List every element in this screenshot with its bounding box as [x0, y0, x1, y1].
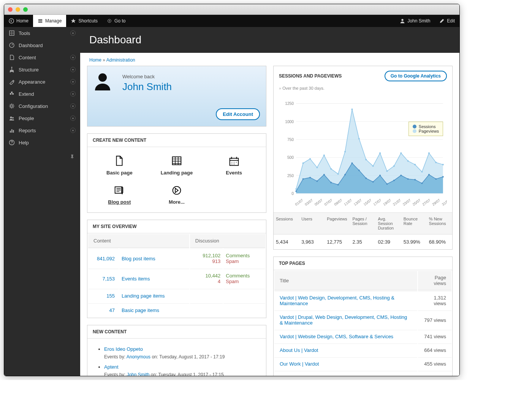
sidebar-item-label: Help	[19, 140, 29, 146]
svg-point-75	[372, 181, 374, 182]
sidebar-item-tools[interactable]: Tools▾	[4, 27, 80, 39]
maximize-window-icon[interactable]	[23, 7, 28, 12]
svg-point-60	[421, 171, 423, 173]
minimize-window-icon[interactable]	[16, 7, 20, 12]
svg-point-76	[379, 174, 381, 176]
overview-count: 841,092	[88, 249, 119, 268]
top-page-link[interactable]: Vardot | Web Design, Development, CMS, H…	[280, 295, 394, 306]
metric-value: 2.35	[350, 234, 375, 249]
toolbar-home[interactable]: Home	[4, 15, 33, 27]
toolbar-goto[interactable]: Go to	[102, 15, 130, 27]
google-analytics-button[interactable]: Go to Google Analytics	[385, 71, 447, 81]
sidebar-item-dashboard[interactable]: Dashboard	[4, 39, 80, 51]
toolbar-manage[interactable]: Manage	[33, 15, 66, 27]
svg-text:27/07: 27/07	[422, 198, 431, 206]
svg-point-66	[309, 177, 311, 178]
create-icon	[170, 155, 183, 168]
overview-link[interactable]: Blog post items	[122, 256, 155, 261]
top-page-row: Vardot | Drupal, Web Design, Development…	[274, 310, 451, 329]
breadcrumb-home[interactable]: Home	[89, 57, 101, 63]
create-events[interactable]: Events	[207, 152, 261, 178]
toolbar-edit[interactable]: Edit	[435, 15, 459, 27]
svg-point-26	[231, 164, 232, 165]
svg-point-62	[435, 162, 437, 163]
sidebar-item-appearance[interactable]: Appearance▾	[4, 76, 80, 88]
content-title-link[interactable]: Eros Ideo Oppeto	[104, 346, 143, 352]
breadcrumb-current[interactable]: Administration	[106, 57, 135, 63]
svg-point-2	[109, 21, 110, 22]
create-more-[interactable]: More...	[150, 182, 204, 207]
toolbar-shortcuts-label: Shortcuts	[78, 18, 98, 24]
sidebar-item-extend[interactable]: Extend▾	[4, 88, 80, 100]
top-page-link[interactable]: Vardot | Drupal, Web Design, Development…	[280, 314, 407, 326]
svg-point-19	[11, 144, 12, 144]
chevron-down-icon: ▾	[70, 30, 76, 36]
svg-point-59	[414, 164, 416, 165]
svg-point-29	[173, 187, 181, 195]
svg-point-23	[231, 162, 232, 163]
overview-count: 155	[88, 289, 119, 303]
sidebar-item-reports[interactable]: Reports▾	[4, 124, 80, 136]
top-page-link[interactable]: Vardot | Website Design, CMS, Software &…	[280, 334, 393, 339]
metric-header: Bounce Rate	[401, 213, 427, 234]
user-icon	[400, 18, 405, 24]
create-landing-page[interactable]: Landing page	[150, 152, 204, 178]
svg-point-74	[365, 177, 367, 179]
top-page-link[interactable]: Our Work | Vardot	[280, 361, 319, 367]
toppages-title-header: Title	[274, 271, 417, 290]
create-blog-post[interactable]: Blog post	[93, 182, 146, 207]
svg-point-25	[236, 162, 236, 163]
svg-point-0	[9, 19, 14, 23]
create-content-title: CREATE NEW CONTENT	[87, 134, 266, 147]
svg-point-3	[402, 19, 404, 21]
sidebar-item-people[interactable]: People▾	[4, 112, 80, 124]
metric-header: Pageviews	[325, 213, 350, 234]
svg-text:15/07: 15/07	[363, 198, 372, 206]
sidebar-item-content[interactable]: Content▾	[4, 51, 80, 63]
svg-point-24	[234, 162, 234, 163]
analytics-subtitle: Over the past 30 days.	[274, 86, 452, 93]
toolbar-shortcuts[interactable]: Shortcuts	[66, 15, 102, 27]
top-page-link[interactable]: Products & Services | Vardot	[280, 375, 342, 376]
overview-link[interactable]: Events items	[122, 276, 150, 282]
sidebar-item-structure[interactable]: Structure▾	[4, 63, 80, 76]
toolbar-user[interactable]: John Smith	[395, 15, 435, 27]
svg-text:0: 0	[291, 192, 294, 196]
top-page-link[interactable]: About Us | Vardot	[280, 347, 318, 353]
create-item-label: Events	[226, 170, 242, 176]
metric-value: 02:39	[376, 234, 401, 249]
metric-value: 68.90%	[427, 234, 452, 249]
svg-point-67	[316, 181, 318, 182]
content-title-link[interactable]: Aptent	[104, 364, 119, 370]
create-icon	[170, 184, 183, 197]
sidebar-item-label: Reports	[19, 128, 36, 133]
svg-point-79	[400, 174, 402, 176]
window-titlebar	[4, 4, 459, 15]
svg-point-52	[365, 159, 367, 160]
svg-point-72	[351, 162, 353, 164]
new-content-title: NEW CONTENT	[87, 325, 266, 339]
metric-value: 53.99%	[401, 234, 427, 249]
welcome-username[interactable]: John Smith	[122, 81, 258, 93]
svg-text:05/07: 05/07	[314, 198, 323, 206]
svg-text:21/07: 21/07	[392, 198, 402, 206]
metric-value: 12,775	[325, 234, 350, 249]
toolbar-manage-label: Manage	[45, 18, 62, 24]
overview-link[interactable]: Landing page items	[122, 293, 165, 299]
new-content-item: AptentEvents by: John Smith on: Tuesday,…	[104, 362, 261, 376]
svg-text:25/07: 25/07	[412, 198, 421, 206]
top-pages-panel: TOP PAGES Title Page views Vardot | Web …	[273, 257, 453, 376]
author-link[interactable]: John Smith	[127, 372, 149, 376]
overview-link[interactable]: Basic page items	[122, 307, 159, 313]
close-window-icon[interactable]	[8, 7, 13, 12]
pin-icon[interactable]	[64, 152, 80, 163]
edit-account-button[interactable]: Edit Account	[216, 108, 260, 120]
svg-text:11/07: 11/07	[343, 198, 353, 206]
create-basic-page[interactable]: Basic page	[93, 152, 146, 178]
sidebar-item-help[interactable]: Help	[4, 136, 80, 149]
overview-count: 47	[88, 303, 119, 317]
author-link[interactable]: Anonymous	[127, 354, 150, 360]
create-item-label: Blog post	[108, 199, 131, 205]
svg-point-6	[11, 67, 13, 68]
sidebar-item-configuration[interactable]: Configuration▾	[4, 100, 80, 112]
